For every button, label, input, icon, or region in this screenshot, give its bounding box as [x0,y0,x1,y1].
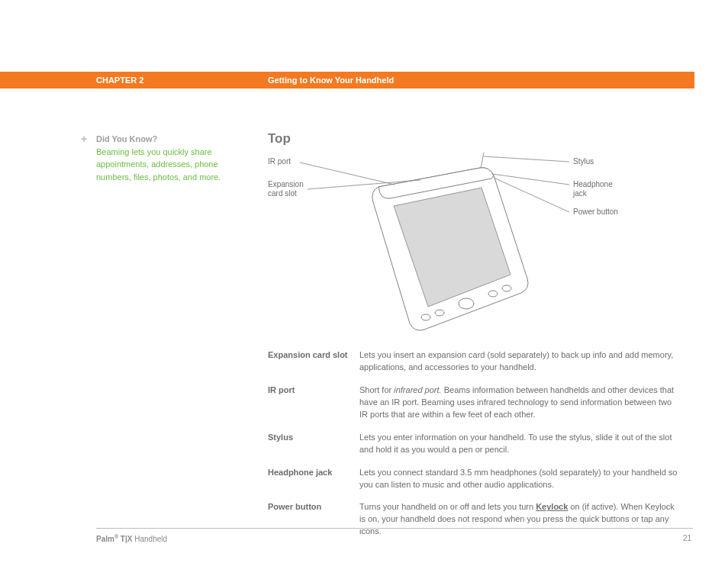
def-term: Power button [268,501,359,538]
svg-line-9 [492,174,569,185]
def-term: Stylus [268,432,359,456]
def-row-expansion: Expansion card slot Lets you insert an e… [268,349,680,374]
svg-line-8 [484,156,569,162]
callout-headphone-jack: Headphone jack [573,180,613,198]
def-row-irport: IR port Short for infrared port. Beams i… [268,384,680,421]
svg-point-5 [502,285,511,291]
svg-line-6 [300,162,395,185]
chapter-header: CHAPTER 2 Getting to Know Your Handheld [0,72,694,88]
callout-stylus: Stylus [573,157,594,166]
tip-body: Beaming lets you quickly share appointme… [96,146,231,184]
callout-ir-port: IR port [268,157,291,166]
svg-point-2 [435,310,444,316]
chapter-title: Getting to Know Your Handheld [268,76,394,85]
callout-expansion-slot: Expansion card slot [268,180,304,198]
callout-power-button: Power button [573,208,618,217]
tip-heading: Did You Know? [96,133,231,146]
def-row-power: Power button Turns your handheld on or o… [268,501,680,538]
def-term: Headphone jack [268,467,359,491]
def-term: Expansion card slot [268,349,359,374]
device-diagram: IR port Expansion card slot Stylus Headp… [268,153,665,343]
svg-point-1 [421,314,430,320]
page-number: 21 [683,534,691,542]
definitions-table: Expansion card slot Lets you insert an e… [268,349,680,549]
def-desc: Turns your handheld on or off and lets y… [359,501,680,538]
def-desc: Lets you insert an expansion card (sold … [359,349,680,374]
svg-point-3 [459,298,474,309]
def-term: IR port [268,384,359,421]
def-desc: Short for infrared port. Beams informati… [359,384,680,421]
footer-rule [96,528,693,529]
def-desc: Lets you enter information on your handh… [359,432,680,456]
keylock-link[interactable]: Keylock [536,502,568,511]
def-row-stylus: Stylus Lets you enter information on you… [268,432,680,456]
footer-product: Palm® T|X Handheld [96,534,167,543]
def-row-headphone: Headphone jack Lets you connect standard… [268,467,680,491]
plus-icon: + [81,131,87,147]
svg-point-4 [488,291,498,297]
def-desc: Lets you connect standard 3.5 mm headpho… [359,467,680,491]
chapter-number: CHAPTER 2 [96,76,143,85]
section-title: Top [268,131,291,146]
sidebar-tip: + Did You Know? Beaming lets you quickly… [82,133,231,183]
